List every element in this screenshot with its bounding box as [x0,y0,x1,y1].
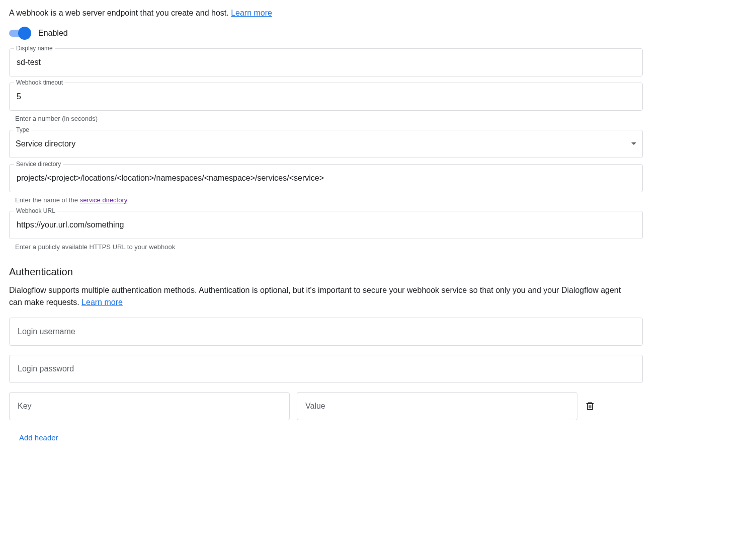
webhook-url-helper: Enter a publicly available HTTPS URL to … [15,242,643,252]
intro-text: A webhook is a web server endpoint that … [9,7,643,19]
delete-header-button[interactable] [584,401,596,412]
service-directory-input[interactable] [16,173,636,183]
enabled-toggle[interactable] [9,26,31,40]
learn-more-link[interactable]: Learn more [231,9,272,17]
add-header-button[interactable]: Add header [19,432,58,444]
display-name-label: Display name [14,44,55,53]
webhook-url-label: Webhook URL [14,206,57,215]
auth-heading: Authentication [9,264,643,279]
timeout-input[interactable] [16,92,636,102]
trash-icon [585,401,595,412]
svg-rect-0 [587,404,593,410]
service-directory-helper-text: Enter the name of the [15,196,80,204]
header-value-input[interactable] [304,401,570,411]
service-directory-label: Service directory [14,160,63,169]
auth-learn-more-link[interactable]: Learn more [81,298,123,306]
caret-down-icon [631,142,636,145]
display-name-input[interactable] [16,57,636,67]
service-directory-helper: Enter the name of the service directory [15,195,643,205]
type-select[interactable]: Service directory [9,130,643,158]
timeout-helper: Enter a number (in seconds) [15,114,643,124]
header-key-input[interactable] [17,401,282,411]
service-directory-link[interactable]: service directory [80,196,128,204]
enabled-label: Enabled [38,27,68,39]
auth-description: Dialogflow supports multiple authenticat… [9,284,633,308]
intro-copy: A webhook is a web server endpoint that … [9,9,231,17]
webhook-url-input[interactable] [16,220,636,230]
type-value: Service directory [16,138,627,150]
login-username-input[interactable] [17,327,635,337]
login-password-input[interactable] [17,364,635,374]
type-label: Type [14,125,31,134]
timeout-label: Webhook timeout [14,78,65,87]
